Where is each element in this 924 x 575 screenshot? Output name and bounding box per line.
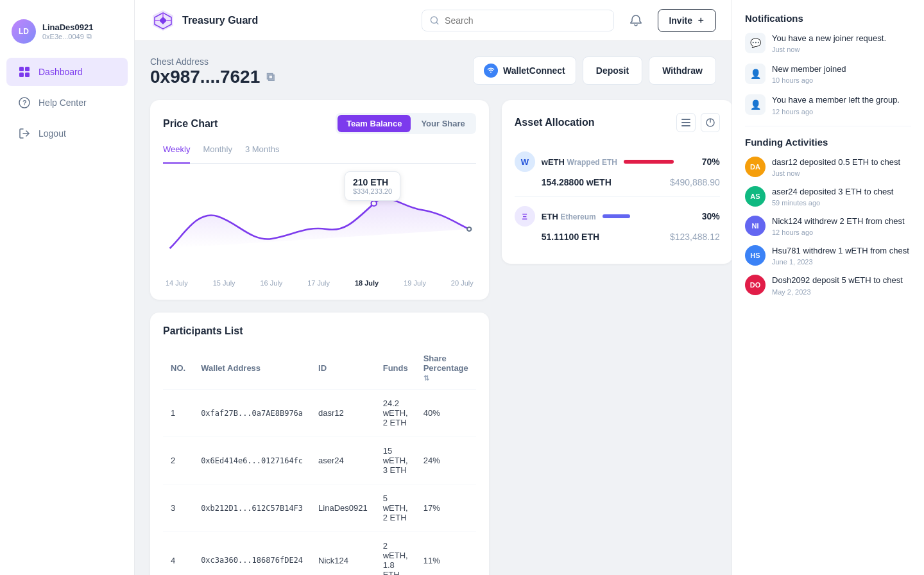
- topbar: Treasury Guard Invite ＋: [135, 0, 732, 41]
- content: Chest Address 0x987....7621 ⧉: [135, 41, 732, 575]
- asset-amount: 154.28800 wETH: [542, 177, 612, 187]
- svg-point-9: [490, 72, 492, 73]
- svg-point-13: [468, 228, 470, 230]
- withdraw-button[interactable]: Withdraw: [649, 56, 716, 85]
- period-monthly[interactable]: Monthly: [203, 144, 232, 158]
- price-chart-card: Price Chart Team Balance Your Share Week…: [150, 100, 489, 300]
- cell-no: 4: [163, 532, 193, 576]
- period-3months[interactable]: 3 Months: [245, 144, 279, 158]
- list-view-button[interactable]: [676, 113, 696, 132]
- label-17july: 17 July: [307, 279, 330, 287]
- funding-item: NI Nick124 withdrew 2 ETH from chest 12 …: [745, 216, 911, 236]
- sidebar-label-dashboard: Dashboard: [38, 67, 83, 77]
- notif-time: 10 hours ago: [772, 76, 846, 84]
- notification-item: 👤 You have a member left the group. 12 h…: [745, 94, 911, 115]
- funding-text: Dosh2092 deposit 5 wETH to chest: [772, 275, 903, 286]
- period-weekly[interactable]: Weekly: [163, 144, 190, 164]
- wallet-connect-button[interactable]: WalletConnect: [473, 56, 576, 85]
- sidebar-item-help[interactable]: ? Help Center: [6, 89, 128, 117]
- cell-wallet: 0xc3a360...186876fDE24: [193, 532, 311, 576]
- notification-items: 💬 You have a new joiner request. Just no…: [745, 33, 911, 116]
- tab-team-balance[interactable]: Team Balance: [338, 115, 411, 132]
- participants-card: Participants List NO. Wallet Address ID …: [150, 313, 489, 575]
- notif-icon: 👤: [745, 94, 766, 115]
- funding-text: dasr12 deposited 0.5 ETH to chest: [772, 157, 900, 168]
- search-input[interactable]: [445, 15, 606, 26]
- invite-button[interactable]: Invite ＋: [658, 9, 716, 32]
- notif-icon: 👤: [745, 64, 766, 84]
- cell-id: dasr12: [311, 390, 375, 437]
- notif-icon: 💬: [745, 33, 766, 53]
- copy-address-icon[interactable]: ⧉: [87, 32, 92, 40]
- svg-rect-2: [19, 73, 24, 77]
- sidebar-label-help: Help Center: [38, 98, 87, 108]
- asset-bar: [624, 160, 674, 164]
- chest-address-section: Chest Address 0x987....7621 ⧉: [150, 56, 275, 87]
- notif-time: Just now: [772, 46, 886, 53]
- asset-name-group: wETH Wrapped ETH: [542, 157, 617, 167]
- logo-text: Treasury Guard: [182, 15, 258, 26]
- main-area: Treasury Guard Invite ＋ Chest Add: [135, 0, 732, 575]
- table-row: 3 0xb212D1...612C57B14F3 LinaDes0921 5 w…: [163, 485, 476, 532]
- chart-view-button[interactable]: [701, 113, 720, 132]
- notif-text: New member joined: [772, 64, 846, 75]
- tab-your-share[interactable]: Your Share: [412, 115, 474, 132]
- sidebar-item-logout[interactable]: Logout: [6, 119, 128, 148]
- label-18july: 18 July: [355, 279, 379, 287]
- deposit-button[interactable]: Deposit: [583, 56, 642, 85]
- copy-chest-icon[interactable]: ⧉: [266, 71, 275, 84]
- cell-wallet: 0xb212D1...612C57B14F3: [193, 485, 311, 532]
- price-chart-header: Price Chart Team Balance Your Share: [163, 113, 476, 134]
- asset-allocation-card: Asset Allocation: [502, 100, 732, 264]
- sidebar-item-dashboard[interactable]: Dashboard: [6, 58, 128, 86]
- cell-no: 2: [163, 437, 193, 485]
- cell-wallet: 0x6Ed414e6...0127164fc: [193, 437, 311, 485]
- walletconnect-icon: [484, 64, 498, 78]
- asset-bar-area: [624, 160, 696, 164]
- funding-text: Hsu781 withdrew 1 wETH from chest: [772, 245, 909, 257]
- cell-funds: 5 wETH, 2 ETH: [375, 485, 416, 532]
- participants-title: Participants List: [163, 325, 476, 337]
- notification-item: 💬 You have a new joiner request. Just no…: [745, 33, 911, 53]
- svg-text:?: ?: [22, 99, 27, 107]
- cell-no: 3: [163, 485, 193, 532]
- sidebar: LD LinaDes0921 0xE3e...0049 ⧉ Dashboard …: [0, 0, 135, 575]
- table-row: 1 0xfaf27B...0a7AE8B976a dasr12 24.2 wET…: [163, 390, 476, 437]
- main-grid: Price Chart Team Balance Your Share Week…: [150, 100, 716, 575]
- cell-id: aser24: [311, 437, 375, 485]
- funding-avatar: DA: [745, 157, 766, 177]
- asset-usd: $123,488.12: [670, 232, 720, 242]
- asset-percentage: 70%: [702, 157, 720, 167]
- asset-amounts: 51.11100 ETH $123,488.12: [515, 232, 720, 242]
- chart-x-labels: 14 July 15 July 16 July 17 July 18 July …: [163, 279, 476, 287]
- cell-funds: 15 wETH, 3 ETH: [375, 437, 416, 485]
- label-19july: 19 July: [404, 279, 426, 287]
- notif-text: You have a new joiner request.: [772, 33, 886, 44]
- price-chart-title: Price Chart: [163, 118, 218, 130]
- cell-no: 1: [163, 390, 193, 437]
- col-funds: Funds: [375, 347, 416, 390]
- asset-name-group: ETH Ethereum: [542, 212, 596, 221]
- label-20july: 20 July: [451, 279, 474, 287]
- dashboard-icon: [18, 65, 31, 78]
- search-box[interactable]: [422, 10, 614, 31]
- funding-time: June 1, 2023: [772, 258, 909, 266]
- funding-text: Nick124 withdrew 2 ETH from chest: [772, 216, 905, 227]
- notification-item: 👤 New member joined 10 hours ago: [745, 64, 911, 84]
- asset-row: W wETH Wrapped ETH 70% 154.28800 wETH $4…: [515, 142, 720, 197]
- notifications-title: Notifications: [745, 13, 911, 24]
- funding-item: AS aser24 deposited 3 ETH to chest 59 mi…: [745, 186, 911, 207]
- cell-id: Nick124: [311, 532, 375, 576]
- logo-area: Treasury Guard: [150, 8, 258, 33]
- asset-title: Asset Allocation: [515, 117, 595, 128]
- chest-label: Chest Address: [150, 56, 275, 67]
- view-icons: [676, 113, 720, 132]
- asset-header: Asset Allocation: [515, 113, 720, 132]
- logo-icon: [150, 8, 176, 33]
- user-name: LinaDes0921: [42, 22, 94, 32]
- chest-section: Chest Address 0x987....7621 ⧉: [150, 56, 716, 87]
- sort-icon[interactable]: ⇅: [424, 374, 429, 382]
- notification-bell[interactable]: [624, 9, 647, 32]
- funding-title: Funding Activities: [745, 137, 911, 148]
- asset-percentage: 30%: [702, 211, 720, 221]
